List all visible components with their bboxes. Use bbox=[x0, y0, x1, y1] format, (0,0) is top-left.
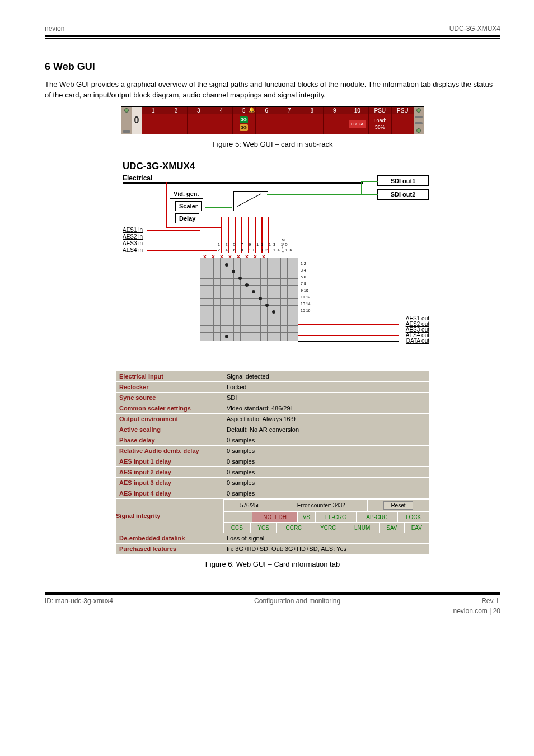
figure5-caption: Figure 5: Web GUI – card in sub-rack bbox=[45, 140, 500, 148]
matrix-row: 9 10 bbox=[301, 288, 308, 292]
wire bbox=[147, 230, 200, 231]
slot-9[interactable]: 9 bbox=[323, 107, 346, 134]
figure-rack: 0 1 2 3 4 5🔔 3G 3G 6 7 8 9 10 GYDA PSU bbox=[45, 106, 500, 134]
footer-rule bbox=[45, 591, 500, 595]
matrix-row: 1 2 bbox=[301, 262, 306, 265]
badge-3g-alt: 3G bbox=[240, 124, 248, 131]
signal-integrity-row: Signal integrity 576/25i Error counter: … bbox=[116, 498, 429, 512]
aes4-in: AES4 in bbox=[123, 247, 143, 253]
table-row: Active scalingDefault: No AR conversion bbox=[116, 424, 429, 435]
wire bbox=[221, 217, 222, 253]
sig-line bbox=[361, 194, 378, 195]
table-row: AES input 4 delay0 samples bbox=[116, 488, 429, 498]
slot-3[interactable]: 3 bbox=[187, 107, 210, 134]
sdi-out1: SDI out1 bbox=[377, 175, 429, 186]
alarm-bell-icon: 🔔 bbox=[249, 107, 255, 113]
table-row: Relative Audio demb. delay0 samples bbox=[116, 445, 429, 456]
table-row: AES input 3 delay0 samples bbox=[116, 477, 429, 488]
table-row: AES input 2 delay0 samples bbox=[116, 466, 429, 477]
figure-info-tab: UDC-3G-XMUX4 Electrical SDI out1 SDI out… bbox=[45, 161, 500, 555]
wire bbox=[298, 335, 399, 336]
sdi-out2: SDI out2 bbox=[377, 189, 429, 200]
slot-10-gyda[interactable]: 10 GYDA bbox=[346, 107, 369, 134]
header-right: UDC-3G-XMUX4 bbox=[449, 25, 500, 32]
matrix-row: 13 14 bbox=[301, 302, 311, 306]
si-summary: 576/25i Error counter: 3432 Reset bbox=[223, 499, 429, 512]
aes3-in: AES3 in bbox=[123, 240, 143, 246]
slot-psu-1[interactable]: PSU Load: 36% bbox=[368, 107, 391, 134]
status-table: Electrical inputSignal detected Reclocke… bbox=[116, 371, 429, 555]
gyda-badge: GYDA bbox=[349, 120, 366, 128]
matrix-col-top: 1 3 5 7 9 11 13 15 bbox=[218, 242, 291, 246]
data-out: DATA out bbox=[406, 338, 429, 344]
mute-label: M u t e bbox=[282, 238, 285, 254]
matrix-row: 5 6 bbox=[301, 275, 306, 279]
header-left: nevion bbox=[45, 25, 64, 32]
slot-8[interactable]: 8 bbox=[301, 107, 324, 134]
slot-7[interactable]: 7 bbox=[278, 107, 301, 134]
slot-5-active[interactable]: 5🔔 3G 3G bbox=[232, 107, 255, 134]
status-led-icon bbox=[416, 128, 421, 133]
audio-matrix bbox=[200, 258, 298, 341]
wire bbox=[235, 217, 236, 253]
wire bbox=[298, 324, 399, 325]
header-rule bbox=[45, 35, 500, 39]
wire bbox=[298, 319, 399, 319]
si-flags-1: NO_EDH VS FF-CRC AP-CRC LOCK bbox=[223, 512, 429, 522]
matrix-col-bot: 2 4 6 8 10 12 14 16 bbox=[218, 248, 291, 252]
reset-button[interactable]: Reset bbox=[383, 501, 413, 510]
status-led-icon bbox=[416, 108, 421, 113]
table-row: Phase delay0 samples bbox=[116, 435, 429, 445]
block-scaler: Scaler bbox=[175, 201, 202, 211]
doc-footer: ID: man-udc-3g-xmux4 Configuration and m… bbox=[45, 597, 500, 605]
matrix-row: 7 8 bbox=[301, 282, 306, 286]
slot-4[interactable]: 4 bbox=[210, 107, 233, 134]
table-row: De-embedded datalinkLoss of signal bbox=[116, 533, 429, 544]
table-row: Common scaler settingsVideo standard: 48… bbox=[116, 403, 429, 413]
wire bbox=[147, 237, 206, 237]
wire bbox=[147, 250, 217, 251]
wire bbox=[248, 217, 249, 253]
vent-icon bbox=[415, 116, 423, 118]
status-led-icon bbox=[124, 108, 129, 113]
table-row: Sync sourceSDI bbox=[116, 392, 429, 403]
footer-center: Configuration and monitoring bbox=[254, 597, 340, 605]
intro-paragraph: The Web GUI provides a graphical overvie… bbox=[45, 80, 500, 101]
sig-line bbox=[267, 194, 361, 195]
sig-line bbox=[361, 181, 378, 182]
bus-line bbox=[123, 182, 363, 184]
switch-icon bbox=[233, 191, 268, 211]
matrix-row: 3 4 bbox=[301, 268, 306, 272]
si-flags-2: CCS YCS CCRC YCRC LNUM SAV EAV bbox=[223, 522, 429, 533]
matrix-row: 11 12 bbox=[301, 295, 311, 299]
diagram-title: UDC-3G-XMUX4 bbox=[123, 161, 195, 172]
section-heading: 6 Web GUI bbox=[45, 61, 500, 73]
wire bbox=[166, 182, 167, 227]
figure6-caption: Figure 6: Web GUI – Card information tab bbox=[45, 560, 500, 568]
aes1-in: AES1 in bbox=[123, 227, 143, 233]
vent-icon bbox=[123, 130, 130, 133]
table-row: Output environmentAspect ratio: Always 1… bbox=[116, 413, 429, 424]
wire bbox=[268, 217, 269, 253]
electrical-label: Electrical bbox=[123, 174, 152, 182]
aes2-in: AES2 in bbox=[123, 234, 143, 240]
slot-1[interactable]: 1 bbox=[142, 107, 165, 134]
wire bbox=[228, 217, 229, 253]
page-number: nevion.com | 20 bbox=[453, 607, 501, 615]
table-row: Electrical inputSignal detected bbox=[116, 371, 429, 382]
frame-end-right bbox=[414, 107, 424, 134]
table-row: Purchased featuresIn: 3G+HD+SD, Out: 3G+… bbox=[116, 544, 429, 554]
wire bbox=[255, 217, 256, 253]
block-diagram: UDC-3G-XMUX4 Electrical SDI out1 SDI out… bbox=[116, 161, 429, 362]
wire bbox=[298, 341, 399, 342]
footer-left: ID: man-udc-3g-xmux4 bbox=[45, 597, 113, 605]
table-row: ReclockerLocked bbox=[116, 381, 429, 392]
footer-right: Rev. L bbox=[481, 597, 500, 605]
wire bbox=[241, 217, 242, 253]
wire bbox=[261, 217, 263, 253]
slot-2[interactable]: 2 bbox=[165, 107, 188, 134]
matrix-row: 15 16 bbox=[301, 309, 311, 312]
slot-6[interactable]: 6 bbox=[255, 107, 278, 134]
rack-frame: 0 1 2 3 4 5🔔 3G 3G 6 7 8 9 10 GYDA PSU bbox=[121, 106, 424, 134]
slot-psu-2[interactable]: PSU bbox=[391, 107, 414, 134]
